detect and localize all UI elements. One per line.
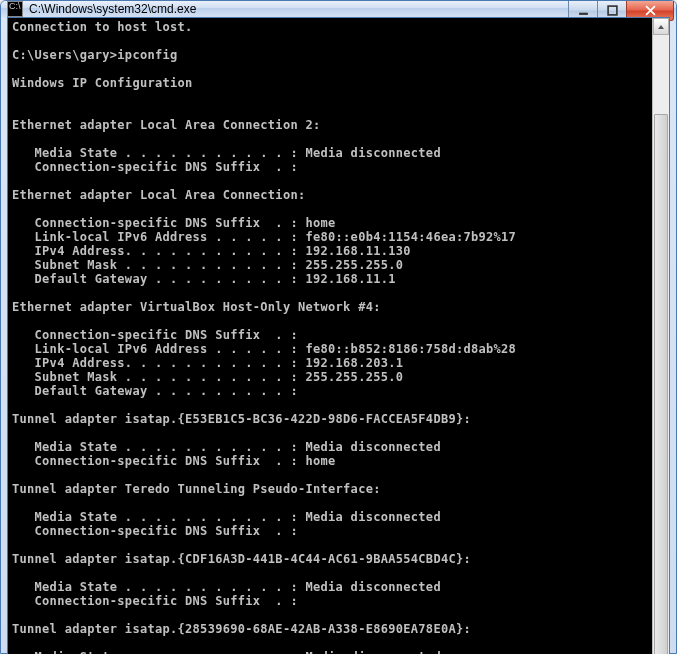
vertical-scrollbar[interactable] — [652, 18, 669, 654]
scroll-thumb[interactable] — [654, 114, 668, 654]
cmd-icon: C:\ — [7, 1, 23, 17]
console-output[interactable]: Connection to host lost. C:\Users\gary>i… — [8, 18, 652, 654]
titlebar[interactable]: C:\ C:\Windows\system32\cmd.exe — [1, 1, 676, 17]
scroll-track[interactable] — [653, 35, 669, 654]
scroll-up-button[interactable] — [653, 18, 669, 35]
close-icon — [645, 5, 656, 16]
cmd-window: C:\ C:\Windows\system32\cmd.exe Connecti… — [0, 0, 677, 654]
minimize-icon — [578, 5, 589, 16]
client-area: Connection to host lost. C:\Users\gary>i… — [7, 17, 670, 654]
chevron-up-icon — [657, 23, 665, 31]
maximize-icon — [607, 5, 618, 16]
svg-rect-1 — [608, 6, 617, 15]
svg-rect-0 — [579, 13, 588, 15]
